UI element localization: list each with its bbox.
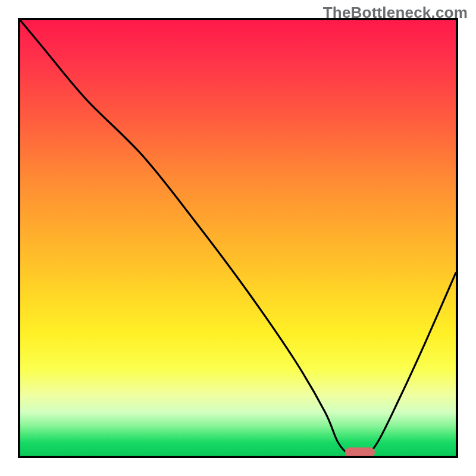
bottleneck-curve [20,20,456,456]
plot-area [18,18,458,458]
chart-container: TheBottleneck.com [0,0,476,476]
curve-svg [20,20,456,456]
optimal-marker [345,447,375,457]
